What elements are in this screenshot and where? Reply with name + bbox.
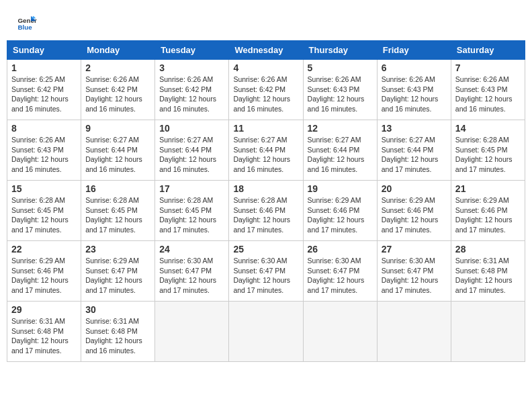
sunset-text: Sunset: 6:43 PM [455, 85, 521, 95]
sunrise-text: Sunrise: 6:26 AM [11, 135, 77, 145]
weekday-wednesday: Wednesday [229, 41, 303, 60]
daylight-text: Daylight: 12 hours and 17 minutes. [382, 215, 447, 234]
daylight-text: Daylight: 12 hours and 16 minutes. [233, 94, 298, 113]
sunset-text: Sunset: 6:45 PM [11, 205, 77, 216]
sunset-text: Sunset: 6:47 PM [382, 266, 447, 276]
sunset-text: Sunset: 6:47 PM [159, 266, 224, 276]
sunrise-text: Sunrise: 6:31 AM [11, 316, 77, 326]
sunrise-text: Sunrise: 6:28 AM [85, 195, 150, 205]
calendar-cell: 22Sunrise: 6:29 AMSunset: 6:46 PMDayligh… [7, 241, 81, 302]
sunset-text: Sunset: 6:42 PM [85, 85, 150, 95]
daylight-text: Daylight: 12 hours and 17 minutes. [455, 154, 521, 174]
calendar-cell: 4Sunrise: 6:26 AMSunset: 6:42 PMDaylight… [229, 60, 303, 120]
sunset-text: Sunset: 6:48 PM [11, 326, 77, 336]
calendar-cell: 16Sunrise: 6:28 AMSunset: 6:45 PMDayligh… [81, 181, 155, 241]
sunrise-text: Sunrise: 6:29 AM [382, 195, 447, 205]
calendar-cell: 27Sunrise: 6:30 AMSunset: 6:47 PMDayligh… [377, 241, 451, 302]
sunset-text: Sunset: 6:46 PM [455, 205, 521, 216]
calendar-cell: 14Sunrise: 6:28 AMSunset: 6:45 PMDayligh… [451, 120, 525, 181]
calendar-cell: 12Sunrise: 6:27 AMSunset: 6:44 PMDayligh… [303, 120, 377, 181]
sunset-text: Sunset: 6:42 PM [159, 85, 224, 95]
calendar-cell: 28Sunrise: 6:31 AMSunset: 6:48 PMDayligh… [451, 241, 525, 302]
calendar-cell [229, 302, 303, 362]
daylight-text: Daylight: 12 hours and 17 minutes. [455, 215, 521, 234]
calendar-cell [155, 302, 229, 362]
calendar-cell [303, 302, 377, 362]
sunrise-text: Sunrise: 6:28 AM [11, 195, 77, 205]
sunrise-text: Sunrise: 6:30 AM [308, 256, 373, 266]
sunset-text: Sunset: 6:47 PM [308, 266, 373, 276]
day-number: 13 [382, 123, 447, 134]
daylight-text: Daylight: 12 hours and 17 minutes. [11, 336, 77, 355]
calendar-cell: 2Sunrise: 6:26 AMSunset: 6:42 PMDaylight… [81, 60, 155, 120]
day-number: 23 [85, 244, 150, 255]
weekday-header-row: SundayMondayTuesdayWednesdayThursdayFrid… [7, 41, 525, 60]
sunset-text: Sunset: 6:44 PM [382, 145, 447, 155]
daylight-text: Daylight: 12 hours and 17 minutes. [382, 154, 447, 174]
daylight-text: Daylight: 12 hours and 17 minutes. [308, 275, 373, 295]
sunset-text: Sunset: 6:44 PM [308, 145, 373, 155]
week-row-4: 22Sunrise: 6:29 AMSunset: 6:46 PMDayligh… [7, 241, 525, 302]
weekday-friday: Friday [377, 41, 451, 60]
daylight-text: Daylight: 12 hours and 17 minutes. [159, 275, 224, 295]
calendar-cell: 6Sunrise: 6:26 AMSunset: 6:43 PMDaylight… [377, 60, 451, 120]
calendar-cell: 8Sunrise: 6:26 AMSunset: 6:43 PMDaylight… [7, 120, 81, 181]
sunset-text: Sunset: 6:42 PM [233, 85, 298, 95]
sunrise-text: Sunrise: 6:26 AM [233, 75, 298, 85]
sunrise-text: Sunrise: 6:26 AM [308, 75, 373, 85]
day-number: 1 [11, 62, 77, 73]
calendar-cell [451, 302, 525, 362]
weekday-sunday: Sunday [7, 41, 81, 60]
sunrise-text: Sunrise: 6:30 AM [159, 256, 224, 266]
calendar-cell: 21Sunrise: 6:29 AMSunset: 6:46 PMDayligh… [451, 181, 525, 241]
day-number: 6 [382, 62, 447, 73]
day-number: 4 [233, 62, 298, 73]
calendar-cell: 11Sunrise: 6:27 AMSunset: 6:44 PMDayligh… [229, 120, 303, 181]
day-number: 27 [382, 244, 447, 255]
sunrise-text: Sunrise: 6:29 AM [455, 195, 521, 205]
day-number: 18 [233, 183, 298, 194]
calendar-cell [377, 302, 451, 362]
day-number: 10 [159, 123, 224, 134]
sunset-text: Sunset: 6:46 PM [308, 205, 373, 216]
daylight-text: Daylight: 12 hours and 16 minutes. [382, 94, 447, 113]
daylight-text: Daylight: 12 hours and 16 minutes. [159, 154, 224, 174]
daylight-text: Daylight: 12 hours and 17 minutes. [85, 215, 150, 234]
sunrise-text: Sunrise: 6:26 AM [455, 75, 521, 85]
daylight-text: Daylight: 12 hours and 17 minutes. [308, 215, 373, 234]
daylight-text: Daylight: 12 hours and 17 minutes. [233, 215, 298, 234]
calendar-body: 1Sunrise: 6:25 AMSunset: 6:42 PMDaylight… [7, 60, 525, 362]
calendar-cell: 25Sunrise: 6:30 AMSunset: 6:47 PMDayligh… [229, 241, 303, 302]
day-number: 21 [455, 183, 521, 194]
sunrise-text: Sunrise: 6:29 AM [11, 256, 77, 266]
daylight-text: Daylight: 12 hours and 16 minutes. [159, 94, 224, 113]
sunset-text: Sunset: 6:44 PM [159, 145, 224, 155]
day-number: 22 [11, 244, 77, 255]
header: General Blue [7, 7, 525, 37]
calendar-cell: 1Sunrise: 6:25 AMSunset: 6:42 PMDaylight… [7, 60, 81, 120]
sunrise-text: Sunrise: 6:26 AM [85, 75, 150, 85]
svg-text:Blue: Blue [18, 24, 33, 31]
day-number: 5 [308, 62, 373, 73]
calendar-cell: 30Sunrise: 6:31 AMSunset: 6:48 PMDayligh… [81, 302, 155, 362]
calendar-cell: 3Sunrise: 6:26 AMSunset: 6:42 PMDaylight… [155, 60, 229, 120]
sunset-text: Sunset: 6:44 PM [85, 145, 150, 155]
sunset-text: Sunset: 6:46 PM [382, 205, 447, 216]
calendar-cell: 29Sunrise: 6:31 AMSunset: 6:48 PMDayligh… [7, 302, 81, 362]
logo: General Blue [17, 13, 37, 34]
sunset-text: Sunset: 6:47 PM [233, 266, 298, 276]
daylight-text: Daylight: 12 hours and 16 minutes. [11, 94, 77, 113]
calendar-cell: 18Sunrise: 6:28 AMSunset: 6:46 PMDayligh… [229, 181, 303, 241]
sunset-text: Sunset: 6:43 PM [382, 85, 447, 95]
week-row-2: 8Sunrise: 6:26 AMSunset: 6:43 PMDaylight… [7, 120, 525, 181]
sunrise-text: Sunrise: 6:28 AM [159, 195, 224, 205]
day-number: 19 [308, 183, 373, 194]
sunset-text: Sunset: 6:48 PM [455, 266, 521, 276]
day-number: 7 [455, 62, 521, 73]
calendar-cell: 23Sunrise: 6:29 AMSunset: 6:47 PMDayligh… [81, 241, 155, 302]
daylight-text: Daylight: 12 hours and 16 minutes. [455, 94, 521, 113]
sunset-text: Sunset: 6:45 PM [159, 205, 224, 216]
weekday-thursday: Thursday [303, 41, 377, 60]
sunrise-text: Sunrise: 6:29 AM [85, 256, 150, 266]
daylight-text: Daylight: 12 hours and 17 minutes. [11, 275, 77, 295]
